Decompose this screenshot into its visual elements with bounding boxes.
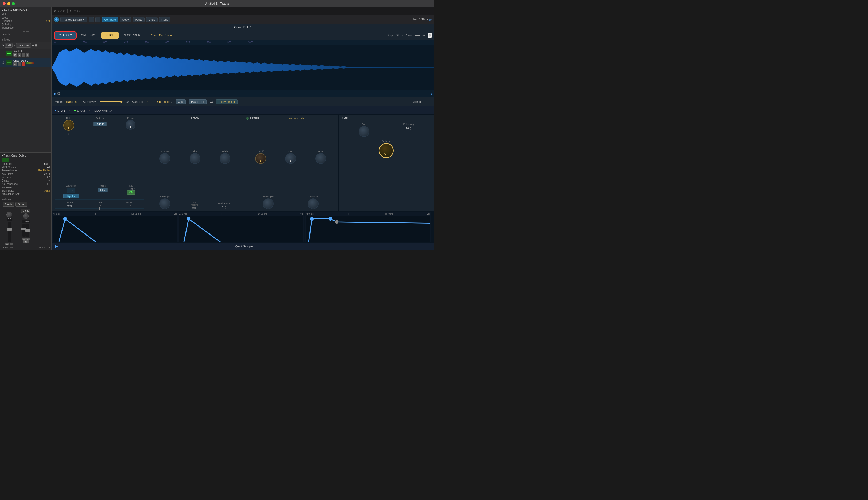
track-row[interactable]: 2 ▬▬ Crash Dub 1 M S R — [0, 58, 52, 67]
waveform-nav-right[interactable]: ‹ — [431, 92, 432, 95]
next-preset-button[interactable]: › — [95, 17, 101, 22]
fade-in-button[interactable]: Fade In — [93, 122, 107, 126]
solo-btn[interactable]: S — [18, 53, 21, 57]
fine-knob[interactable] — [190, 153, 201, 164]
lfo2-tab[interactable]: LFO 2 — [75, 109, 85, 112]
waveform-selector[interactable]: ∿ ▾ — [67, 188, 75, 193]
zoom-fit-icon[interactable]: ↔ — [422, 33, 426, 37]
metronome-icon[interactable]: ⏲ — [70, 9, 73, 13]
play-to-end-button[interactable]: Play to End — [189, 100, 207, 104]
volume-knob[interactable] — [379, 143, 394, 158]
paste-button[interactable]: Paste — [133, 17, 145, 22]
tab-classic[interactable]: CLASSIC — [54, 31, 77, 39]
amount-slider-handle[interactable] — [99, 207, 100, 210]
compare-button[interactable]: Compare — [102, 17, 118, 22]
lfo1-tab[interactable]: LFO 1 — [55, 109, 65, 112]
play-button[interactable]: ▶ — [55, 244, 58, 249]
phase-knob[interactable] — [126, 120, 135, 130]
track-row[interactable]: 1 ▬▬ Audio 1 M S R I — [0, 49, 52, 58]
filter-type-selector[interactable]: LP 12dB Lush — [289, 117, 304, 120]
keyscale-knob[interactable] — [308, 198, 318, 209]
grid-button[interactable]: ⊞ — [35, 44, 38, 47]
bipolar-button[interactable]: Bipolar — [63, 194, 79, 198]
mute-btn-1[interactable]: M — [5, 243, 9, 245]
preset-dropdown[interactable]: Factory Default ▾ — [60, 17, 87, 22]
env-scrollbar[interactable] — [431, 212, 434, 242]
chromatic-selector[interactable]: Chromatic ⌄ — [157, 100, 172, 103]
group-button[interactable]: Group — [15, 202, 27, 207]
close-button[interactable] — [3, 2, 6, 5]
input-btn[interactable]: I — [26, 53, 30, 57]
drive-knob[interactable] — [315, 153, 326, 164]
fader-3[interactable] — [26, 224, 29, 237]
edit-button[interactable]: Edit — [5, 43, 13, 47]
solo-btn-2[interactable]: S — [26, 238, 30, 240]
waveform-canvas[interactable] — [52, 45, 434, 90]
eq-icon[interactable]: ⊟ — [74, 9, 77, 13]
gate-button[interactable]: Gate — [176, 100, 186, 104]
minimize-button[interactable] — [7, 2, 10, 5]
waveform-nav-left[interactable]: ▶ — [54, 92, 56, 95]
poly-up[interactable]: ▲ — [409, 126, 412, 128]
solo-btn-1[interactable]: S — [10, 243, 13, 245]
mute-btn[interactable]: M — [13, 62, 17, 66]
waveform-settings-icon[interactable]: ⚙ — [428, 33, 432, 38]
env1-canvas[interactable] — [53, 216, 177, 242]
view-dropdown-btn[interactable]: ▾ — [427, 18, 428, 21]
copy-button[interactable]: Copy — [120, 17, 131, 22]
music-note-icon[interactable]: ♪ — [68, 132, 69, 136]
env2-canvas[interactable] — [179, 216, 304, 242]
tab-recorder[interactable]: RECORDER — [119, 32, 145, 39]
tab-oneshot[interactable]: ONE SHOT — [77, 32, 101, 39]
settings-icon[interactable]: ⚙ — [54, 9, 57, 13]
add-button[interactable]: + — [32, 43, 34, 47]
via-control[interactable]: — ⬍ — [97, 204, 102, 207]
mute-btn[interactable]: M — [13, 53, 17, 57]
group-btn-2[interactable]: Group — [21, 209, 30, 213]
bend-down-arrow[interactable]: ▼ — [224, 207, 226, 209]
mod-matrix-tab[interactable]: MOD MATRIX — [94, 109, 112, 112]
coarse-knob[interactable] — [159, 153, 170, 164]
poly-down[interactable]: ▼ — [409, 128, 412, 130]
mode-selector[interactable]: Transient ⌄ — [66, 100, 80, 103]
prev-preset-button[interactable]: ‹ — [89, 17, 94, 22]
record-btn[interactable]: R — [22, 53, 25, 57]
pan-knob-1[interactable] — [7, 212, 12, 217]
tab-slice[interactable]: SLICE — [101, 32, 119, 39]
info-icon[interactable]: ℹ — [58, 9, 59, 13]
key-trigger-button[interactable]: ON — [127, 190, 135, 195]
filter-env-depth-knob[interactable] — [263, 198, 273, 209]
link-icon[interactable]: ⊕ — [429, 18, 432, 22]
bend-range-control[interactable]: 2 ▲ ▼ — [222, 205, 226, 209]
pan-knob-2[interactable] — [23, 213, 29, 219]
zoom-in-icon[interactable]: ⟼ — [415, 33, 420, 37]
sends-button[interactable]: Sends — [3, 202, 14, 207]
reso-knob[interactable] — [285, 153, 296, 164]
env3-canvas[interactable] — [306, 216, 430, 242]
loop-icon[interactable]: ⇄ — [210, 100, 213, 104]
solo-btn[interactable]: S — [18, 62, 21, 66]
mail-icon[interactable]: ✉ — [63, 9, 65, 13]
amp-pan-knob[interactable] — [359, 126, 369, 137]
bounce-btn[interactable]: M — [23, 240, 29, 243]
sensitivity-slider[interactable] — [100, 101, 123, 102]
record-btn[interactable]: R — [22, 62, 25, 66]
scissors-icon[interactable]: ✂ — [78, 9, 80, 13]
bend-up-arrow[interactable]: ▲ — [224, 205, 226, 207]
mute-btn-2[interactable]: M — [22, 238, 25, 240]
start-key-selector[interactable]: C 1 ⌄ — [147, 100, 154, 103]
cutoff-knob[interactable] — [255, 153, 266, 164]
env-depth-pitch-knob[interactable] — [159, 198, 170, 209]
target-control[interactable]: — ⬍ — [127, 204, 131, 207]
redo-button[interactable]: Redo — [159, 17, 170, 22]
undo-button[interactable]: Undo — [146, 17, 158, 22]
help-icon[interactable]: ? — [60, 9, 62, 13]
poly-button[interactable]: Poly — [98, 188, 108, 192]
follow-tempo-button[interactable]: Follow Tempo — [216, 100, 238, 104]
maximize-button[interactable] — [12, 2, 15, 5]
fader-1[interactable] — [8, 221, 11, 242]
power-button[interactable]: ⏻ — [54, 17, 59, 22]
rate-knob[interactable] — [63, 120, 74, 131]
functions-button[interactable]: Functions — [16, 43, 31, 47]
glide-knob[interactable] — [219, 153, 230, 164]
